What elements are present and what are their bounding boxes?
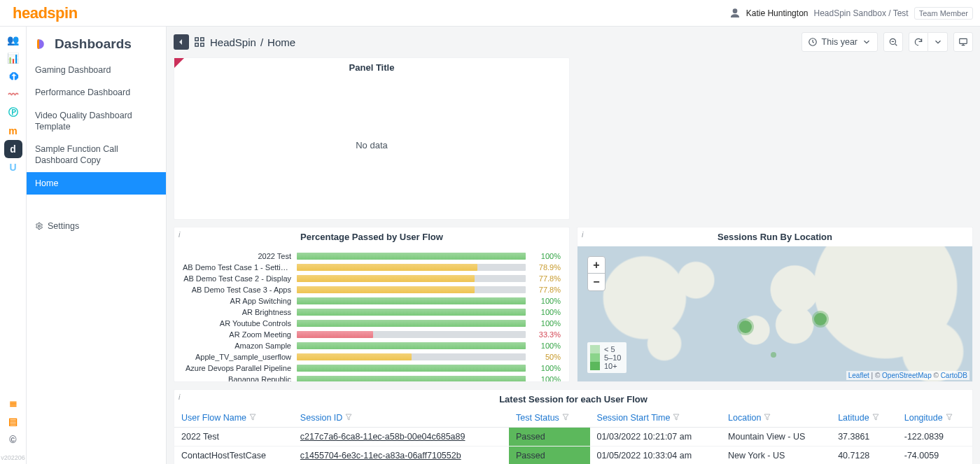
svg-rect-1 [195, 38, 198, 41]
filter-icon[interactable] [673, 413, 680, 423]
table-header[interactable]: Latitude [831, 409, 897, 428]
table-header[interactable]: Longitude [897, 409, 972, 428]
bar-row[interactable]: AB Demo Test Case 1 - Settings78.9% [183, 262, 561, 273]
filter-icon[interactable] [345, 413, 352, 423]
map-zoom-out[interactable]: − [588, 274, 605, 290]
panel-info-icon[interactable]: i [582, 230, 583, 239]
cell-flow: 2022 Test [174, 428, 293, 447]
main-area: HeadSpin / Home This year [167, 27, 980, 464]
map-marker[interactable] [814, 313, 827, 325]
bar-row[interactable]: Apple_TV_sample_userflow50% [183, 351, 561, 363]
svg-point-0 [38, 225, 41, 227]
carto-link[interactable]: CartoDB [941, 372, 967, 379]
filter-icon[interactable] [872, 413, 879, 423]
table-header[interactable]: User Flow Name [174, 409, 293, 428]
docs-icon[interactable]: ▤ [4, 412, 22, 430]
sidebar-header: Dashboards [27, 32, 166, 59]
refresh-button-group [909, 32, 948, 52]
filter-icon[interactable] [764, 413, 771, 423]
table-row[interactable]: 2022 Testc217c7a6-6ca8-11ec-a58b-00e04c6… [174, 428, 972, 447]
refresh-interval-button[interactable] [928, 32, 948, 52]
sidebar-settings-label: Settings [48, 221, 79, 231]
panel-info-icon[interactable]: i [178, 230, 180, 239]
sidebar-settings[interactable]: Settings [27, 216, 166, 237]
map-zoom-controls: + − [587, 256, 606, 291]
table-header[interactable]: Session Start Time [590, 409, 722, 428]
analytics-icon[interactable]: 📊 [4, 49, 22, 67]
map-canvas[interactable]: + − < 55–1010+ Leaflet | © OpenStreetMap… [578, 246, 972, 381]
session-link[interactable]: c1455704-6e3c-11ec-a83a-06aff710552b [300, 451, 461, 461]
bar-row[interactable]: AR App Switching100% [183, 295, 561, 307]
users-icon[interactable]: 👥 [4, 31, 22, 49]
sidebar-item[interactable]: Performance Dashboard [27, 81, 166, 104]
chevron-down-icon [862, 37, 872, 47]
sidebar-item[interactable]: Gaming Dashboard [27, 59, 166, 81]
dashboard-grid-icon [195, 37, 204, 47]
panel-error-corner[interactable] [174, 58, 184, 68]
map-zoom-in[interactable]: + [588, 257, 605, 274]
back-button[interactable] [174, 34, 189, 50]
time-range-picker[interactable]: This year [802, 32, 878, 52]
cell-location: New York - US [721, 447, 831, 465]
bar-value: 100% [531, 342, 561, 350]
filter-icon[interactable] [946, 413, 953, 423]
filter-icon[interactable] [562, 413, 569, 423]
monitor-icon [958, 37, 968, 47]
bar-row[interactable]: Bananna Republic100% [183, 374, 561, 381]
bar-track [297, 297, 526, 304]
svg-rect-7 [960, 38, 967, 43]
gear-icon [35, 222, 43, 230]
toolbar: HeadSpin / Home This year [167, 27, 980, 57]
sidebar-item[interactable]: Home [27, 172, 166, 195]
bar-row[interactable]: Azure Devops Parallel Pipeline100% [183, 363, 561, 374]
bar-value: 100% [531, 308, 561, 316]
panel-title-panel: Panel Title No data [174, 57, 570, 220]
filter-icon[interactable] [249, 413, 256, 423]
bar-row[interactable]: AR Zoom Meeting33.3% [183, 329, 561, 340]
clock-icon [808, 37, 818, 47]
brand-logo[interactable]: headspin [13, 4, 78, 22]
home-icon[interactable]: ⮉ [4, 67, 22, 85]
table-header[interactable]: Session ID [293, 409, 509, 428]
map-marker[interactable] [771, 352, 776, 358]
breadcrumb[interactable]: HeadSpin / Home [210, 36, 295, 48]
u-icon[interactable]: U [4, 158, 22, 176]
sidebar-item[interactable]: Video Quality Dashboard Template [27, 104, 166, 139]
session-link[interactable]: c217c7a6-6ca8-11ec-a58b-00e04c685a89 [300, 432, 465, 442]
osm-link[interactable]: OpenStreetMap [882, 372, 932, 379]
user-area[interactable]: Katie Huntington HeadSpin Sandbox / Test… [729, 7, 973, 20]
cell-session: c1455704-6e3c-11ec-a83a-06aff710552b [293, 447, 509, 465]
session-table: User Flow NameSession IDTest StatusSessi… [174, 409, 972, 464]
bar-row[interactable]: AR Youtube Controls100% [183, 318, 561, 329]
bar-row[interactable]: AR Brightness100% [183, 307, 561, 318]
m-icon[interactable]: m [4, 122, 22, 140]
table-header[interactable]: Location [721, 409, 831, 428]
flows-icon[interactable]: 〰 [4, 85, 22, 104]
copyright-icon[interactable]: © [4, 430, 22, 449]
list-icon[interactable]: ≣ [4, 394, 22, 412]
tv-mode-button[interactable] [953, 32, 973, 52]
panel-info-icon[interactable]: i [178, 393, 180, 401]
dashboard-icon[interactable]: d [4, 140, 22, 158]
bar-row[interactable]: AB Demo Test Case 2 - Display77.8% [183, 273, 561, 284]
cell-lat: 40.7128 [831, 447, 897, 465]
sidebar-item[interactable]: Sample Function Call Dashboard Copy [27, 138, 166, 172]
table-header[interactable]: Test Status [509, 409, 590, 428]
refresh-icon [913, 37, 923, 47]
bar-value: 78.9% [531, 263, 561, 272]
table-row[interactable]: ContactHostTestCasec1455704-6e3c-11ec-a8… [174, 447, 972, 465]
bar-row[interactable]: Amazon Sample100% [183, 340, 561, 351]
breadcrumb-page[interactable]: Home [267, 36, 295, 48]
bar-row[interactable]: 2022 Test100% [183, 251, 561, 262]
refresh-button[interactable] [909, 32, 928, 52]
map-marker[interactable] [739, 321, 752, 333]
bar-row[interactable]: AB Demo Test Case 3 - Apps77.8% [183, 284, 561, 295]
bar-track [297, 342, 526, 349]
zoom-out-button[interactable] [883, 32, 903, 52]
bar-label: AR App Switching [183, 297, 291, 305]
breadcrumb-folder[interactable]: HeadSpin [210, 36, 256, 48]
leaflet-link[interactable]: Leaflet [848, 372, 869, 379]
cell-session: c217c7a6-6ca8-11ec-a58b-00e04c685a89 [293, 428, 509, 447]
poor-icon[interactable]: Ⓟ [4, 104, 22, 122]
panel-title: Percentage Passed by User Flow [174, 227, 569, 246]
